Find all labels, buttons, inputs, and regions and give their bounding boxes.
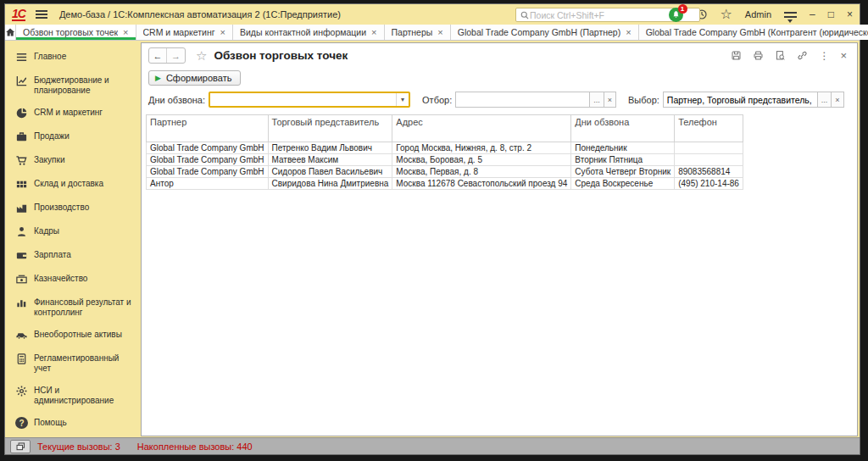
more-actions-icon[interactable]: ⋮ <box>819 50 829 62</box>
performance-indicator-button[interactable] <box>10 440 31 453</box>
column-header-days[interactable]: Дни обзвона <box>571 115 675 142</box>
fields-filter-field[interactable]: ... × <box>663 92 844 108</box>
tab-gtc-kontragent[interactable]: Global Trade Company GmbH (Контрагент (ю… <box>639 25 868 40</box>
window-title: Демо-база / 1С:Комплексная автоматизация… <box>59 9 341 19</box>
sidebar-item-kaznacheystvo[interactable]: Казначейство <box>15 268 141 292</box>
sidebar-item-reglamentirovanny-uchet[interactable]: Регламентированный учет <box>15 347 141 380</box>
back-button[interactable]: ← <box>149 48 167 63</box>
sidebar-item-finrezultat[interactable]: Финансовый результат и контроллинг <box>15 292 141 324</box>
1c-logo: 1С <box>12 8 25 21</box>
choose-button[interactable]: ... <box>589 92 604 108</box>
home-icon <box>5 27 15 37</box>
column-header-phone[interactable]: Телефон <box>675 115 743 142</box>
sidebar-item-zakupki[interactable]: Закупки <box>15 149 141 173</box>
tab-partnery[interactable]: Партнеры × <box>385 25 451 40</box>
days-filter-input[interactable] <box>210 93 396 106</box>
current-calls-counter: Текущие вызовы: 3 <box>37 442 120 452</box>
chevron-down-icon[interactable]: ▾ <box>396 93 409 106</box>
column-header-rep[interactable]: Торговый представитель <box>268 115 392 142</box>
print-icon[interactable] <box>753 50 764 61</box>
app-window: 1С Демо-база / 1С:Комплексная автоматиза… <box>4 3 860 455</box>
days-filter-label: Дни обзвона: <box>148 95 205 105</box>
fields-filter-input[interactable] <box>663 92 817 108</box>
selection-filter-input[interactable] <box>455 92 589 108</box>
close-icon[interactable]: × <box>220 27 225 37</box>
user-name[interactable]: Admin <box>745 9 771 19</box>
factory-icon <box>15 202 28 214</box>
briefcase-icon <box>15 131 28 143</box>
sidebar-item-sklad[interactable]: Склад и доставка <box>15 173 141 197</box>
table-row[interactable]: Global Trade Company GmbH Матвеев Максим… <box>147 154 743 166</box>
grid-icon <box>15 178 28 191</box>
notifications-button[interactable]: 1 <box>669 8 683 22</box>
save-icon[interactable] <box>731 50 742 61</box>
tab-obzvon-torgovyh-tochek[interactable]: Обзвон торговых точек × <box>16 25 136 40</box>
bar-chart-icon <box>15 297 28 309</box>
car-icon <box>15 329 28 342</box>
preview-icon[interactable] <box>775 50 786 61</box>
tab-bar: Обзвон торговых точек × CRM и маркетинг … <box>5 25 860 41</box>
notification-badge: 1 <box>678 4 687 14</box>
settings-menu-icon[interactable] <box>784 12 797 18</box>
forward-button[interactable]: → <box>167 48 185 63</box>
table-header-row: Партнер Торговый представитель Адрес Дни… <box>147 115 743 142</box>
title-bar: 1С Демо-база / 1С:Комплексная автоматиза… <box>5 4 860 25</box>
clear-icon[interactable]: × <box>831 92 843 108</box>
choose-button[interactable]: ... <box>817 92 832 108</box>
sidebar-item-kadry[interactable]: Кадры <box>15 220 141 244</box>
selection-filter-label: Отбор: <box>422 95 452 105</box>
close-window-button[interactable]: × <box>847 8 853 20</box>
help-icon: ? <box>15 417 28 429</box>
play-icon: ▶ <box>155 74 161 82</box>
sidebar-item-pomosch[interactable]: ? Помощь <box>15 412 141 435</box>
close-icon[interactable]: × <box>123 27 128 37</box>
pie-chart-icon <box>15 107 28 119</box>
report-panel: ← → ☆ Обзвон торговых точек ⋮ × ▶ Сформ <box>141 42 858 436</box>
status-bar: Текущие вызовы: 3 Накопленные вызовы: 44… <box>5 437 860 454</box>
close-icon[interactable]: × <box>371 27 376 37</box>
tab-vidy-kontaktnoy-informacii[interactable]: Виды контактной информации × <box>233 25 385 40</box>
close-icon[interactable]: × <box>626 27 631 37</box>
link-icon[interactable] <box>797 50 808 61</box>
fields-filter-label: Выбор: <box>628 95 659 105</box>
minimize-button[interactable]: – <box>810 8 815 20</box>
accumulated-calls-counter: Накопленные вызовы: 440 <box>137 442 253 452</box>
favorites-icon[interactable]: ☆ <box>721 8 732 21</box>
column-header-partner[interactable]: Партнер <box>147 115 269 142</box>
gear-icon <box>15 385 28 397</box>
report-table: Партнер Торговый представитель Адрес Дни… <box>142 114 857 190</box>
selection-filter-field[interactable]: ... × <box>455 92 616 108</box>
page-title: Обзвон торговых точек <box>214 49 348 62</box>
wallet-icon <box>15 249 28 262</box>
close-report-icon[interactable]: × <box>840 49 847 62</box>
menu-icon <box>15 51 28 64</box>
windows-icon <box>15 442 26 452</box>
cart-icon <box>15 154 28 167</box>
clear-icon[interactable]: × <box>604 92 616 108</box>
add-to-favorites-icon[interactable]: ☆ <box>196 48 207 64</box>
home-tab[interactable] <box>5 25 16 40</box>
sidebar-item-prodazhi[interactable]: Продажи <box>15 125 141 149</box>
table-row[interactable]: Антор Свиридова Нина Дмитриевна Москва 1… <box>147 178 743 190</box>
sidebar-item-zarplata[interactable]: Зарплата <box>15 244 141 268</box>
planning-chart-icon <box>15 75 28 87</box>
table-row[interactable]: Global Trade Company GmbH Петренко Вадим… <box>147 142 743 154</box>
sidebar-item-proizvodstvo[interactable]: Производство <box>15 197 141 220</box>
column-header-address[interactable]: Адрес <box>392 115 571 142</box>
tab-crm-marketing[interactable]: CRM и маркетинг × <box>136 25 233 40</box>
days-filter-field[interactable]: ▾ <box>209 92 410 108</box>
tab-gtc-partner[interactable]: Global Trade Company GmbH (Партнер) × <box>451 25 639 40</box>
section-sidebar: Главное Бюджетирование и планирование CR… <box>5 41 141 437</box>
calculator-icon <box>15 353 28 365</box>
sidebar-item-crm[interactable]: CRM и маркетинг <box>15 102 141 125</box>
banknote-icon <box>15 273 28 286</box>
maximize-button[interactable]: □ <box>828 8 834 20</box>
sidebar-item-budzhetirovanie[interactable]: Бюджетирование и планирование <box>15 69 141 102</box>
close-icon[interactable]: × <box>437 27 442 37</box>
generate-button[interactable]: ▶ Сформировать <box>148 70 241 86</box>
sidebar-item-glavnoe[interactable]: Главное <box>15 46 141 69</box>
main-menu-icon[interactable] <box>36 10 47 19</box>
table-row[interactable]: Global Trade Company GmbH Сидоров Павел … <box>147 166 743 178</box>
sidebar-item-vneoborotnye-aktivy[interactable]: Внеоборотные активы <box>15 324 141 347</box>
sidebar-item-nsi-administrirovanie[interactable]: НСИ и администрирование <box>15 380 141 412</box>
